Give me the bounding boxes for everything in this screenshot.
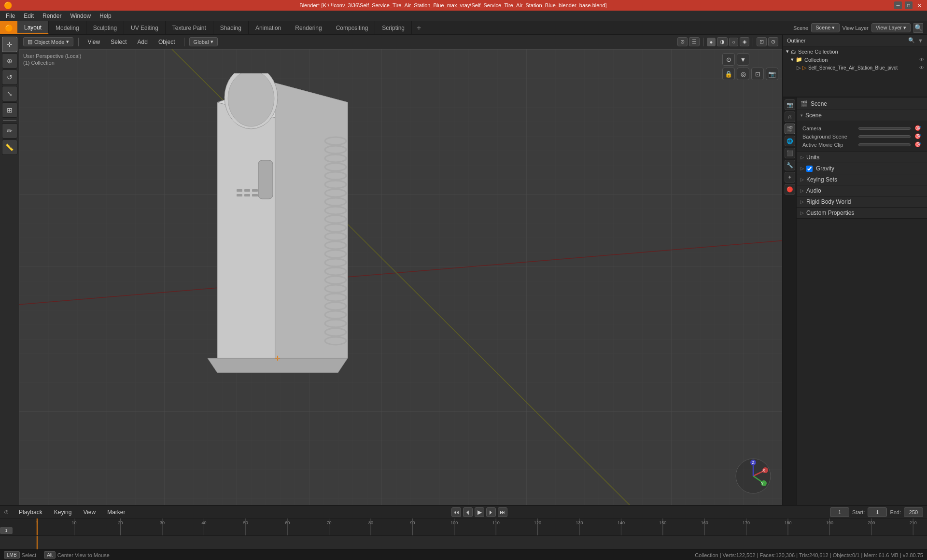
timeline-prev-frame-btn[interactable]: ⏴ xyxy=(463,507,473,517)
tool-scale[interactable]: ⤡ xyxy=(2,86,17,101)
axis-gizmo[interactable]: X Y Z xyxy=(734,457,772,495)
movie-clip-value[interactable] xyxy=(858,143,911,146)
tab-sculpting[interactable]: Sculpting xyxy=(86,21,124,34)
menu-render[interactable]: Render xyxy=(39,12,65,20)
snap-btn[interactable]: ⊡ xyxy=(757,37,767,46)
shading-wireframe-btn[interactable]: ◈ xyxy=(740,37,749,46)
tab-compositing[interactable]: Compositing xyxy=(329,21,376,34)
section-header-custom-properties[interactable]: ▷ Custom Properties xyxy=(797,208,927,219)
right-container: Outliner 🔍 ▼ ▾ 🗂 Scene Collection ▾ 📁 Co… xyxy=(782,35,927,505)
timeline-jump-end-btn[interactable]: ⏭ xyxy=(498,507,507,517)
timeline-marker-menu[interactable]: Marker xyxy=(103,508,129,517)
current-frame-input[interactable] xyxy=(830,507,849,517)
timeline-next-frame-btn[interactable]: ⏵ xyxy=(486,507,496,517)
tab-scripting[interactable]: Scripting xyxy=(375,21,412,34)
props-scene-render-btn[interactable]: 📷 xyxy=(785,99,795,110)
viewport-render-btn[interactable]: ◎ xyxy=(737,68,749,80)
props-particles-btn[interactable]: ✦ xyxy=(785,172,795,182)
bg-scene-pick-icon[interactable]: 🎯 xyxy=(914,133,921,140)
tab-layout[interactable]: Layout xyxy=(17,21,49,34)
props-object-btn[interactable]: ⬛ xyxy=(785,148,795,158)
outliner-item-scene-collection[interactable]: ▾ 🗂 Scene Collection xyxy=(783,47,927,56)
outliner-item-model[interactable]: ▷ ▷ Self_Service_Tire_Air_Station_Blue_p… xyxy=(783,64,927,72)
outliner-search[interactable]: 🔍 xyxy=(908,37,915,43)
tool-move[interactable]: ⊕ xyxy=(2,53,17,69)
tab-modeling[interactable]: Modeling xyxy=(49,21,86,34)
object-mode-selector[interactable]: ▤ Object Mode ▾ xyxy=(23,37,73,46)
svg-text:Z: Z xyxy=(752,460,755,465)
viewport-canvas[interactable]: ✛ User Perspective (Local) (1) Collectio… xyxy=(19,49,782,505)
bg-scene-value[interactable] xyxy=(858,135,911,138)
tab-shading[interactable]: Shading xyxy=(213,21,249,34)
viewport-global-selector[interactable]: Global ▾ xyxy=(189,37,218,46)
section-header-audio[interactable]: ▷ Audio xyxy=(797,185,927,196)
shading-rendered-btn[interactable]: ○ xyxy=(729,38,738,46)
header-sep-1 xyxy=(78,38,79,46)
viewport-filter-btn[interactable]: ▼ xyxy=(737,53,749,66)
viewport-lock-btn[interactable]: 🔒 xyxy=(722,68,735,80)
maximize-button[interactable]: □ xyxy=(905,1,913,9)
search-button[interactable]: 🔍 xyxy=(913,23,923,33)
menu-edit[interactable]: Edit xyxy=(20,12,38,20)
svg-point-19 xyxy=(325,224,346,232)
tool-cursor[interactable]: ✛ xyxy=(2,37,17,52)
outliner-filter[interactable]: ▼ xyxy=(918,38,923,43)
minimize-button[interactable]: ─ xyxy=(894,1,902,9)
section-header-keying-sets[interactable]: ▷ Keying Sets xyxy=(797,174,927,185)
menu-file[interactable]: File xyxy=(2,12,19,20)
shading-material-btn[interactable]: ◑ xyxy=(717,37,728,46)
model-visibility-icon[interactable]: 👁 xyxy=(919,65,924,70)
section-header-units[interactable]: ▷ Units xyxy=(797,152,927,163)
viewport-menu-add[interactable]: Add xyxy=(134,38,152,46)
close-button[interactable]: ✕ xyxy=(915,1,923,9)
menu-window[interactable]: Window xyxy=(66,12,95,20)
timeline-keyframes[interactable] xyxy=(0,536,927,549)
timeline-scrubber[interactable]: 1 10 20 30 40 50 60 70 80 90 100 110 120 xyxy=(0,518,927,536)
tab-texture-paint[interactable]: Texture Paint xyxy=(166,21,213,34)
add-workspace-button[interactable]: + xyxy=(412,21,426,34)
shading-solid-btn[interactable]: ● xyxy=(707,38,716,46)
gravity-checkbox[interactable] xyxy=(806,166,813,172)
camera-value[interactable] xyxy=(858,127,911,130)
viewport-overlay-btn[interactable]: ⊙ xyxy=(677,37,688,46)
timeline-view-menu[interactable]: View xyxy=(79,508,99,517)
proportional-edit-btn[interactable]: ⊙ xyxy=(768,37,778,46)
menu-help[interactable]: Help xyxy=(96,12,115,20)
section-header-rigid-body[interactable]: ▷ Rigid Body World xyxy=(797,196,927,208)
timeline-play-btn[interactable]: ▶ xyxy=(475,507,484,517)
tool-annotate[interactable]: ✏ xyxy=(2,123,17,139)
outliner-item-collection[interactable]: ▾ 📁 Collection 👁 xyxy=(783,56,927,64)
timeline-jump-start-btn[interactable]: ⏮ xyxy=(451,507,461,517)
props-material-btn[interactable]: 🔴 xyxy=(785,184,795,195)
viewport-menu-view[interactable]: View xyxy=(84,38,104,46)
timeline-playback-menu[interactable]: Playback xyxy=(15,508,46,517)
tool-transform[interactable]: ⊞ xyxy=(2,102,17,118)
scene-selector[interactable]: Scene ▾ xyxy=(811,23,839,32)
viewport-snap-btn[interactable]: ⊡ xyxy=(751,68,764,80)
svg-point-10 xyxy=(325,146,346,154)
tool-rotate[interactable]: ↺ xyxy=(2,70,17,85)
viewport-overlay-toggle[interactable]: ⊙ xyxy=(722,53,735,66)
viewport-menu-select[interactable]: Select xyxy=(107,38,130,46)
start-frame-input[interactable] xyxy=(868,507,887,517)
section-header-scene[interactable]: ▾ Scene xyxy=(797,110,927,121)
timeline-keying-menu[interactable]: Keying xyxy=(50,508,76,517)
tab-uv-editing[interactable]: UV Editing xyxy=(124,21,166,34)
viewport-xray-btn[interactable]: ☰ xyxy=(689,37,700,46)
collection-visibility-icon[interactable]: 👁 xyxy=(919,57,924,62)
tool-measure[interactable]: 📏 xyxy=(2,140,17,155)
props-output-btn[interactable]: 🖨 xyxy=(785,112,795,122)
camera-pick-icon[interactable]: 🎯 xyxy=(914,125,921,131)
props-modifier-btn[interactable]: 🔧 xyxy=(785,160,795,170)
view-layer-selector[interactable]: View Layer ▾ xyxy=(871,23,911,32)
end-frame-input[interactable] xyxy=(904,507,923,517)
viewport-camera-btn[interactable]: 📷 xyxy=(766,68,778,80)
model-label: Self_Service_Tire_Air_Station_Blue_pivot xyxy=(808,65,898,70)
section-header-gravity[interactable]: ▷ Gravity xyxy=(797,163,927,174)
tab-rendering[interactable]: Rendering xyxy=(288,21,329,34)
viewport-menu-object[interactable]: Object xyxy=(154,38,179,46)
tab-animation[interactable]: Animation xyxy=(249,21,288,34)
props-scene-btn[interactable]: 🎬 xyxy=(785,124,795,134)
props-world-btn[interactable]: 🌐 xyxy=(785,136,795,146)
movie-clip-pick-icon[interactable]: 🎯 xyxy=(914,141,921,148)
